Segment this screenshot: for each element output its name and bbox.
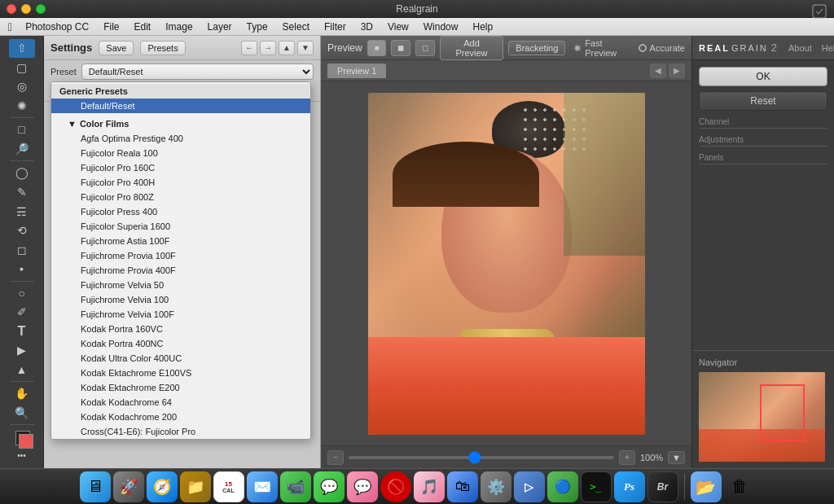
tool-dodge[interactable]: ○ [9,283,35,302]
tool-text[interactable]: T [9,322,35,341]
dock-files[interactable]: 📁 [180,471,211,502]
item-cross-c41-kodak[interactable]: Cross(C41-E6): Kodak Portra [51,439,310,440]
fast-preview-label[interactable]: Fast Preview [585,38,635,58]
bracketing-button[interactable]: Bracketing [508,41,565,55]
item-kodak-kodachrome200[interactable]: Kodak Kodachrome 200 [51,410,310,424]
dock-folder[interactable]: 📂 [691,471,722,502]
tool-hand[interactable]: ✋ [9,384,35,403]
tool-pen[interactable]: ✐ [9,303,35,322]
menu-layer[interactable]: Layer [201,20,239,34]
dock-itunes[interactable]: 🎵 [414,471,445,502]
close-button[interactable] [7,4,16,14]
tool-lasso[interactable]: ◎ [9,77,35,96]
maximize-button[interactable] [36,4,46,14]
menu-help[interactable]: Help [466,20,499,34]
preset-select[interactable]: Default/Reset [81,64,314,80]
item-fujichrome-provia400f[interactable]: Fujichrome Provia 400F [51,263,310,278]
dock-syspref[interactable]: ⚙️ [481,471,511,502]
tool-clone[interactable]: ☴ [9,202,35,221]
zoom-dropdown[interactable]: ▼ [668,451,685,464]
preset-dropdown[interactable]: Generic Presets Default/Reset ▼ Color Fi… [50,81,311,440]
item-kodak-ektachrome-e200[interactable]: Kodak Ektachrome E200 [51,380,310,395]
minimize-button[interactable] [21,4,31,14]
item-kodak-portra-400nc[interactable]: Kodak Portra 400NC [51,336,310,351]
item-fujichrome-velvia100[interactable]: Fujichrome Velvia 100 [51,292,310,307]
zoom-slider[interactable] [349,456,614,459]
preview-mode-single[interactable]: ■ [367,40,387,56]
menu-type[interactable]: Type [240,20,274,34]
dock-appstore[interactable]: 🛍 [447,471,478,502]
traffic-lights[interactable] [7,4,46,14]
item-agfa[interactable]: Agfa Optima Prestige 400 [51,131,310,146]
dock-calendar[interactable]: 15 CAL [213,471,244,502]
accurate-label[interactable]: Accurate [650,43,685,53]
tool-move[interactable]: ⇧ [9,39,35,58]
menu-edit[interactable]: Edit [128,20,158,34]
tool-brush[interactable]: ✎ [9,183,35,202]
section-panels[interactable]: Panels [699,151,827,164]
help-button[interactable]: Help [817,42,834,55]
tool-eraser[interactable]: ◻ [9,240,35,259]
menu-3d[interactable]: 3D [354,20,380,34]
item-cross-c41-fujicolor[interactable]: Cross(C41-E6): Fujicolor Pro [51,424,310,439]
foreground-bg-color[interactable] [9,427,35,446]
presets-button[interactable]: Presets [140,41,185,55]
item-fujichrome-velvia50[interactable]: Fujichrome Velvia 50 [51,278,310,292]
tool-shape[interactable]: ▲ [9,361,35,379]
tool-eyedropper[interactable]: 🔎 [9,140,35,159]
settings-expand-button[interactable]: ▲ [279,41,295,55]
tool-history[interactable]: ⟲ [9,221,35,240]
dock-noproxy[interactable]: 🚫 [380,471,411,502]
dock-unknown1[interactable]: 🔵 [547,471,578,502]
fast-preview-radio[interactable] [573,44,582,52]
about-button[interactable]: About [784,42,817,55]
item-fujicolor-400h[interactable]: Fujicolor Pro 400H [51,175,310,190]
menu-select[interactable]: Select [276,20,316,34]
item-fujicolor-160c[interactable]: Fujicolor Pro 160C [51,160,310,175]
item-fujicolor-800z[interactable]: Fujicolor Pro 800Z [51,190,310,204]
item-fujicolor-press[interactable]: Fujicolor Press 400 [51,204,310,219]
reset-button[interactable]: Reset [699,91,827,111]
menu-image[interactable]: Image [159,20,199,34]
section-adjustments[interactable]: Adjustments [699,134,827,147]
dock-terminal[interactable]: >_ [581,471,612,502]
dock-imessage[interactable]: 💬 [347,471,378,502]
item-fujicolor-reala[interactable]: Fujicolor Reala 100 [51,146,310,160]
menu-file[interactable]: File [97,20,125,34]
menu-photoshop[interactable]: Photoshop CC [19,20,95,34]
dock-facetime[interactable]: 📹 [280,471,311,502]
dock-photoshop[interactable]: Ps [614,471,645,502]
tool-select-rect[interactable]: ▢ [9,59,35,77]
preview-mode-split-h[interactable]: ◼ [391,40,410,56]
dock-mail[interactable]: ✉️ [247,471,278,502]
redo-button[interactable]: → [260,41,276,55]
tool-more[interactable]: ••• [9,447,35,466]
preview-next-btn[interactable]: ▶ [669,64,685,78]
add-preview-button[interactable]: Add Preview [440,36,504,60]
item-fujichrome-astia[interactable]: Fujichrome Astia 100F [51,234,310,248]
tool-magic-wand[interactable]: ✺ [9,97,35,116]
item-kodak-portra-160vc[interactable]: Kodak Portra 160VC [51,322,310,336]
tool-heal[interactable]: ◯ [9,164,35,182]
item-fujicolor-superia[interactable]: Fujicolor Superia 1600 [51,219,310,234]
item-kodak-kodachrome64[interactable]: Kodak Kodachrome 64 [51,395,310,410]
settings-collapse-button[interactable]: ▼ [297,41,314,55]
tool-zoom[interactable]: 🔍 [9,404,35,423]
dropdown-item-default[interactable]: Default/Reset [51,99,310,113]
dock-messages[interactable]: 💬 [314,471,345,502]
tool-path-select[interactable]: ▶ [9,341,35,360]
dock-safari[interactable]: 🧭 [147,471,178,502]
apple-menu[interactable]:  [3,19,17,35]
dock-trash[interactable]: 🗑 [724,471,755,502]
dock-launchpad[interactable]: 🚀 [113,471,144,502]
tool-gradient[interactable]: ▪ [9,260,35,278]
zoom-out-button[interactable]: − [327,450,344,465]
dock-finder[interactable]: 🖥 [80,471,111,502]
tool-crop[interactable]: □ [9,121,35,139]
preview-tab-1[interactable]: Preview 1 [327,64,386,78]
menu-filter[interactable]: Filter [318,20,353,34]
dock-vmware[interactable]: ▷ [514,471,545,502]
undo-button[interactable]: ← [241,41,257,55]
menu-view[interactable]: View [381,20,415,34]
section-channel[interactable]: Channel [699,116,827,129]
